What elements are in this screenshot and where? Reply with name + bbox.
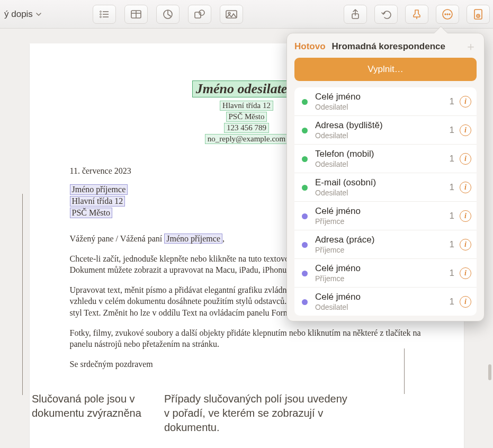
field-name: Adresa (práce) <box>315 235 450 245</box>
status-dot-icon <box>302 99 308 105</box>
merge-field-row[interactable]: Telefon (mobil)Odesilatel1i <box>294 145 477 173</box>
merge-field-row[interactable]: E-mail (osobní)Odesilatel1i <box>294 173 477 202</box>
merge-field-sender-street[interactable]: Hlavní třída 12 <box>220 101 273 111</box>
callout-right: Případy slučovaných polí jsou uvedeny v … <box>164 392 355 435</box>
merge-field-row[interactable]: Celé jménoOdesilatel1i <box>294 87 477 116</box>
info-icon[interactable]: i <box>460 210 471 222</box>
body-paragraph-3: Fotky, filmy, zvukové soubory a další ob… <box>70 327 424 350</box>
merge-field-recipient-city[interactable]: PSČ Město <box>70 208 112 218</box>
signoff: Se srdečným pozdravem <box>70 359 424 370</box>
add-field-button[interactable]: ＋ <box>465 41 477 52</box>
svg-point-17 <box>445 13 446 14</box>
field-text: Celé jménoOdesilatel <box>315 92 450 111</box>
field-text: Telefon (mobil)Odesilatel <box>315 149 450 168</box>
svg-point-0 <box>100 11 102 12</box>
svg-point-19 <box>449 13 450 14</box>
merge-field-row[interactable]: Adresa (práce)Příjemce1i <box>294 230 477 259</box>
field-count: 1 <box>450 239 454 250</box>
merge-field-row[interactable]: Adresa (bydliště)Odesilatel1i <box>294 116 477 145</box>
chart-button[interactable] <box>156 5 180 24</box>
svg-point-13 <box>228 12 230 14</box>
status-dot-icon <box>302 299 308 305</box>
callout-leader-left <box>22 194 23 395</box>
field-subtitle: Příjemce <box>315 274 450 283</box>
done-button[interactable]: Hotovo <box>294 41 326 52</box>
field-name: Celé jméno <box>315 292 450 302</box>
info-icon[interactable]: i <box>460 296 471 308</box>
status-dot-icon <box>302 156 308 162</box>
callout-left: Slučovaná pole jsou v dokumentu zvýrazně… <box>32 392 169 420</box>
svg-point-18 <box>447 13 448 14</box>
share-button[interactable] <box>344 5 367 24</box>
svg-point-1 <box>100 13 102 15</box>
media-button[interactable] <box>220 5 243 24</box>
merge-field-sender-phone[interactable]: 123 456 789 <box>224 123 269 133</box>
field-name: E-mail (osobní) <box>315 177 450 188</box>
field-count: 1 <box>450 182 454 193</box>
info-icon[interactable]: i <box>460 182 471 193</box>
field-text: Adresa (bydliště)Odesilatel <box>315 120 450 140</box>
field-name: Adresa (bydliště) <box>315 120 450 131</box>
svg-point-22 <box>478 15 479 16</box>
popover-header: Hotovo Hromadná korespondence ＋ <box>294 41 477 52</box>
field-count: 1 <box>450 297 454 307</box>
format-brush-button[interactable] <box>405 5 428 24</box>
status-dot-icon <box>302 242 308 248</box>
merge-field-sender-city[interactable]: PSČ Město <box>226 112 267 122</box>
scrollbar[interactable] <box>488 364 491 380</box>
field-text: E-mail (osobní)Odesilatel <box>315 177 450 197</box>
field-subtitle: Odesilatel <box>315 103 450 111</box>
merge-field-row[interactable]: Celé jménoOdesilatel1i <box>294 288 477 316</box>
mail-merge-popover: Hotovo Hromadná korespondence ＋ Vyplnit…… <box>286 33 485 321</box>
info-icon[interactable]: i <box>460 153 471 165</box>
field-name: Celé jméno <box>315 263 450 274</box>
merge-field-list: Celé jménoOdesilatel1iAdresa (bydliště)O… <box>294 87 477 316</box>
document-title[interactable]: ý dopis <box>3 9 33 20</box>
info-icon[interactable]: i <box>460 96 471 107</box>
status-dot-icon <box>302 271 308 276</box>
info-icon[interactable]: i <box>460 267 471 279</box>
merge-field-sender-name[interactable]: Jméno odesilatele <box>192 80 301 97</box>
info-icon[interactable]: i <box>460 239 471 250</box>
table-button[interactable] <box>124 5 148 24</box>
chevron-down-icon[interactable] <box>35 11 42 18</box>
salutation-prefix: Vážený pane / Vážená paní <box>70 234 165 243</box>
shape-button[interactable] <box>188 5 211 24</box>
fill-button[interactable]: Vyplnit… <box>294 58 477 81</box>
field-subtitle: Příjemce <box>315 217 450 226</box>
toolbar: ý dopis <box>0 0 493 29</box>
field-subtitle: Odesilatel <box>315 303 450 311</box>
more-button[interactable] <box>436 5 459 24</box>
merge-field-sender-email[interactable]: no_reply@example.com <box>205 134 289 144</box>
list-view-button[interactable] <box>93 5 116 24</box>
merge-field-salutation-name[interactable]: Jméno příjemce <box>164 234 222 244</box>
svg-point-11 <box>199 10 204 15</box>
salutation-suffix: , <box>222 234 225 243</box>
callout-leader-right <box>404 348 405 394</box>
info-icon[interactable]: i <box>460 124 471 136</box>
field-text: Celé jménoPříjemce <box>315 263 450 283</box>
merge-field-row[interactable]: Celé jménoPříjemce1i <box>294 259 477 288</box>
field-subtitle: Příjemce <box>315 246 450 254</box>
status-dot-icon <box>302 128 308 133</box>
field-count: 1 <box>450 154 454 164</box>
popover-title: Hromadná korespondence <box>332 41 445 52</box>
field-count: 1 <box>450 96 454 107</box>
document-options-button[interactable] <box>467 5 490 24</box>
merge-field-recipient-name[interactable]: Jméno příjemce <box>70 184 128 195</box>
field-text: Adresa (práce)Příjemce <box>315 235 450 254</box>
field-count: 1 <box>450 125 454 136</box>
svg-point-2 <box>100 16 102 17</box>
field-name: Celé jméno <box>315 92 450 102</box>
status-dot-icon <box>302 213 308 219</box>
merge-field-recipient-street[interactable]: Hlavní třída 12 <box>70 196 126 207</box>
status-dot-icon <box>302 185 308 191</box>
undo-button[interactable] <box>374 5 398 24</box>
field-subtitle: Odesilatel <box>315 131 450 140</box>
merge-field-row[interactable]: Celé jménoPříjemce1i <box>294 202 477 230</box>
field-subtitle: Odesilatel <box>315 160 450 168</box>
field-text: Celé jménoPříjemce <box>315 206 450 226</box>
field-name: Celé jméno <box>315 206 450 217</box>
field-subtitle: Odesilatel <box>315 189 450 197</box>
field-count: 1 <box>450 211 454 221</box>
